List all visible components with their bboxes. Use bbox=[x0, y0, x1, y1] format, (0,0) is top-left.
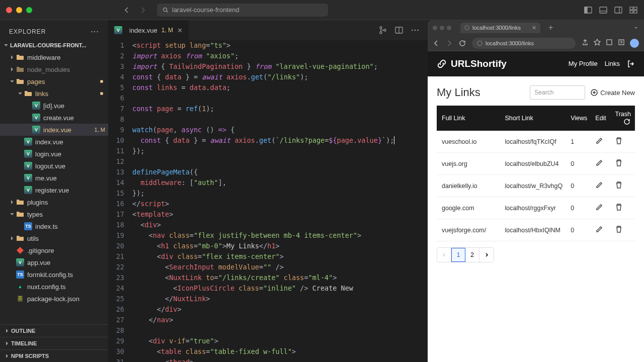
cell-full[interactable]: danielkelly.io bbox=[437, 175, 501, 197]
cell-views: 0 bbox=[567, 219, 591, 241]
page-prev[interactable] bbox=[437, 248, 451, 262]
profile-avatar[interactable] bbox=[630, 39, 639, 48]
edit-icon[interactable] bbox=[595, 159, 603, 167]
close-tab-icon[interactable]: ✕ bbox=[532, 25, 536, 31]
cell-full[interactable]: google.com bbox=[437, 197, 501, 219]
browser-tab[interactable]: localhost:3000/links ✕ bbox=[460, 23, 540, 33]
file-id-vue[interactable]: V[id].vue bbox=[0, 100, 108, 112]
logout-icon[interactable] bbox=[627, 60, 635, 68]
svg-point-16 bbox=[412, 30, 413, 31]
extensions-icon[interactable] bbox=[606, 39, 613, 46]
source-control-icon[interactable] bbox=[378, 26, 387, 35]
folder-pages[interactable]: pages bbox=[0, 75, 108, 87]
trash-icon[interactable] bbox=[615, 159, 623, 167]
page-next[interactable] bbox=[479, 248, 494, 262]
panel-right-icon[interactable] bbox=[614, 6, 623, 15]
npm-section[interactable]: NPM SCRIPTS bbox=[0, 349, 108, 362]
new-tab-icon[interactable]: + bbox=[548, 23, 553, 32]
project-root[interactable]: LARAVEL-COURSE-FRONT... bbox=[0, 41, 108, 51]
panel-bottom-icon[interactable] bbox=[599, 6, 608, 15]
file-me-vue[interactable]: Vme.vue bbox=[0, 172, 108, 184]
cell-full[interactable]: vuejs.org bbox=[437, 153, 501, 175]
forward-icon[interactable] bbox=[139, 6, 147, 14]
file-package-lock[interactable]: package-lock.json bbox=[0, 293, 108, 305]
app-header: URLShortify My Profile Links bbox=[428, 51, 644, 76]
col-trash: Trash bbox=[611, 106, 635, 131]
cell-short[interactable]: localhost/fqTKcIQf bbox=[501, 131, 567, 153]
reading-list-icon[interactable] bbox=[618, 39, 625, 46]
back-icon[interactable] bbox=[123, 6, 131, 14]
layout-controls[interactable] bbox=[584, 6, 638, 15]
search-input[interactable]: Search bbox=[530, 85, 585, 100]
file-create-vue[interactable]: Vcreate.vue bbox=[0, 112, 108, 124]
code-content[interactable]: <script setup lang="ts"> import axios fr… bbox=[132, 40, 428, 362]
trash-icon[interactable] bbox=[615, 203, 623, 211]
folder-plugins[interactable]: plugins bbox=[0, 196, 108, 208]
expand-icon[interactable] bbox=[633, 25, 639, 31]
folder-types[interactable]: types bbox=[0, 208, 108, 220]
cell-short[interactable]: localhost/w_R3vhgQ bbox=[501, 175, 567, 197]
nav-links-item[interactable]: Links bbox=[605, 60, 620, 68]
page-1[interactable]: 1 bbox=[451, 248, 465, 262]
code-area[interactable]: 1234567891011121314151617181920212223242… bbox=[108, 40, 428, 362]
star-icon[interactable] bbox=[594, 39, 601, 46]
trash-icon[interactable] bbox=[615, 137, 623, 145]
back-icon[interactable] bbox=[433, 40, 440, 47]
file-index-vue[interactable]: Vindex.vue bbox=[0, 136, 108, 148]
table-row: vuejsforge.com/localhost/HbxIQlNM0 bbox=[437, 219, 635, 241]
file-gitignore[interactable]: .gitignore bbox=[0, 244, 108, 256]
nav-arrows[interactable] bbox=[123, 6, 147, 14]
tab-modified: 1, M bbox=[162, 27, 173, 34]
edit-icon[interactable] bbox=[595, 137, 603, 145]
refresh-icon[interactable] bbox=[623, 118, 631, 126]
layout-icon[interactable] bbox=[629, 6, 638, 15]
forward-icon[interactable] bbox=[446, 40, 453, 47]
split-editor-icon[interactable] bbox=[394, 26, 404, 35]
brand[interactable]: URLShortify bbox=[437, 58, 507, 69]
panel-left-icon[interactable] bbox=[584, 6, 593, 15]
file-login-vue[interactable]: Vlogin.vue bbox=[0, 148, 108, 160]
reload-icon[interactable] bbox=[459, 40, 466, 47]
file-nuxt-config[interactable]: ▲nuxt.config.ts bbox=[0, 281, 108, 293]
edit-icon[interactable] bbox=[595, 203, 603, 211]
file-app-vue[interactable]: Vapp.vue bbox=[0, 256, 108, 268]
tab-index-vue[interactable]: V index.vue 1, M ✕ bbox=[108, 20, 189, 40]
file-register-vue[interactable]: Vregister.vue bbox=[0, 184, 108, 196]
outline-section[interactable]: OUTLINE bbox=[0, 324, 108, 337]
cell-full[interactable]: vueschool.io bbox=[437, 131, 501, 153]
cell-short[interactable]: localhost/elbubZU4 bbox=[501, 153, 567, 175]
cell-short[interactable]: localhost/HbxIQlNM bbox=[501, 219, 567, 241]
svg-rect-21 bbox=[607, 40, 612, 45]
close-tab-icon[interactable]: ✕ bbox=[177, 27, 183, 34]
trash-icon[interactable] bbox=[615, 225, 623, 233]
folder-links[interactable]: links bbox=[0, 87, 108, 100]
folder-node-modules[interactable]: node_modules bbox=[0, 63, 108, 75]
file-index-vue-active[interactable]: Vindex.vue1, M bbox=[0, 124, 108, 136]
share-icon[interactable] bbox=[582, 39, 589, 46]
command-center[interactable]: laravel-course-frontend bbox=[157, 4, 328, 17]
timeline-section[interactable]: TIMELINE bbox=[0, 337, 108, 349]
more-icon[interactable] bbox=[90, 27, 99, 36]
cell-short[interactable]: localhost/rggxFxyr bbox=[501, 197, 567, 219]
browser-window-controls[interactable] bbox=[433, 26, 451, 30]
nav-profile[interactable]: My Profile bbox=[569, 60, 598, 68]
edit-icon[interactable] bbox=[595, 181, 603, 189]
folder-middleware[interactable]: middleware bbox=[0, 51, 108, 63]
nav-links: My Profile Links bbox=[569, 60, 635, 68]
cell-full[interactable]: vuejsforge.com/ bbox=[437, 219, 501, 241]
webapp: URLShortify My Profile Links My Links Se… bbox=[428, 51, 644, 362]
create-new-button[interactable]: Create New bbox=[590, 88, 635, 97]
file-formkit[interactable]: TSformkit.config.ts bbox=[0, 268, 108, 281]
file-index-ts[interactable]: TSindex.ts bbox=[0, 220, 108, 232]
folder-utils[interactable]: utils bbox=[0, 232, 108, 244]
more-icon[interactable] bbox=[411, 26, 420, 35]
window-controls[interactable] bbox=[6, 7, 32, 13]
edit-icon[interactable] bbox=[595, 225, 603, 233]
trash-icon[interactable] bbox=[615, 181, 623, 189]
svg-rect-8 bbox=[634, 11, 637, 13]
brand-text: URLShortify bbox=[451, 58, 507, 69]
svg-rect-5 bbox=[630, 7, 633, 10]
address-bar[interactable]: localhost:3000/links bbox=[472, 38, 576, 49]
page-2[interactable]: 2 bbox=[465, 248, 479, 262]
file-logout-vue[interactable]: Vlogout.vue bbox=[0, 160, 108, 172]
